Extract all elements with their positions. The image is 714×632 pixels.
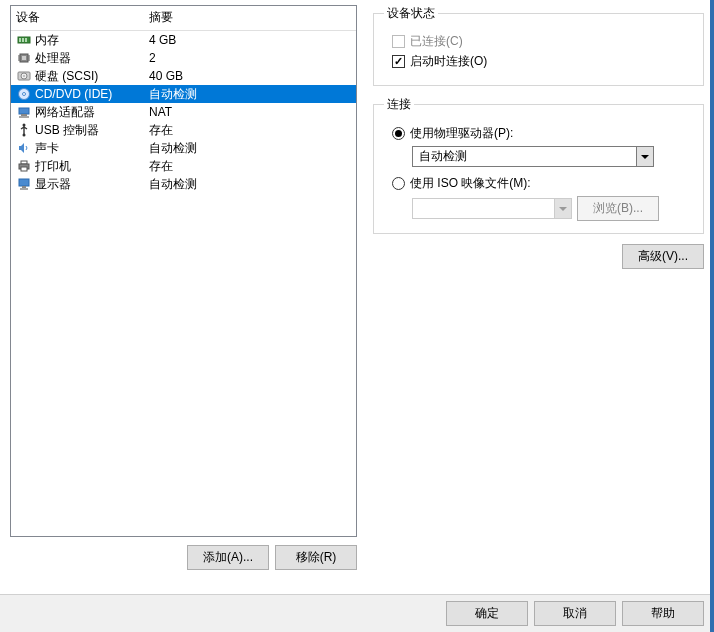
device-summary: 存在 xyxy=(149,122,173,139)
physical-drive-row[interactable]: 使用物理驱动器(P): xyxy=(392,125,693,142)
device-row[interactable]: 硬盘 (SCSI)40 GB xyxy=(11,67,356,85)
connection-legend: 连接 xyxy=(384,96,414,113)
iso-path-value xyxy=(412,198,555,219)
physical-drive-label: 使用物理驱动器(P): xyxy=(410,125,513,142)
cpu-icon xyxy=(16,50,32,66)
ok-button[interactable]: 确定 xyxy=(446,601,528,626)
device-summary: 自动检测 xyxy=(149,86,197,103)
device-summary: 4 GB xyxy=(149,33,176,47)
add-button[interactable]: 添加(A)... xyxy=(187,545,269,570)
device-summary: 40 GB xyxy=(149,69,183,83)
device-name: 内存 xyxy=(35,32,149,49)
connected-checkbox xyxy=(392,35,405,48)
physical-drive-value[interactable]: 自动检测 xyxy=(412,146,637,167)
memory-icon xyxy=(16,32,32,48)
connection-group: 连接 使用物理驱动器(P): 自动检测 使用 ISO 映像文件(M): 浏览(B… xyxy=(373,96,704,234)
svg-rect-17 xyxy=(19,108,29,114)
browse-button: 浏览(B)... xyxy=(577,196,659,221)
usb-icon xyxy=(16,122,32,138)
connect-poweron-row[interactable]: 启动时连接(O) xyxy=(392,53,693,70)
device-name: 硬盘 (SCSI) xyxy=(35,68,149,85)
cancel-button[interactable]: 取消 xyxy=(534,601,616,626)
connect-poweron-checkbox[interactable] xyxy=(392,55,405,68)
svg-rect-18 xyxy=(21,114,27,116)
connect-poweron-label: 启动时连接(O) xyxy=(410,53,487,70)
chevron-down-icon[interactable] xyxy=(637,146,654,167)
physical-drive-radio[interactable] xyxy=(392,127,405,140)
svg-point-20 xyxy=(23,124,26,127)
display-icon xyxy=(16,176,32,192)
connected-checkbox-row: 已连接(C) xyxy=(392,33,693,50)
iso-image-radio[interactable] xyxy=(392,177,405,190)
svg-rect-25 xyxy=(19,179,29,186)
device-status-legend: 设备状态 xyxy=(384,5,438,22)
device-row[interactable]: USB 控制器存在 xyxy=(11,121,356,139)
device-summary: 自动检测 xyxy=(149,176,197,193)
iso-image-label: 使用 ISO 映像文件(M): xyxy=(410,175,531,192)
bottom-bar: 确定 取消 帮助 xyxy=(0,594,714,632)
disk-icon xyxy=(16,68,32,84)
header-device: 设备 xyxy=(16,9,149,26)
device-name: USB 控制器 xyxy=(35,122,149,139)
device-summary: NAT xyxy=(149,105,172,119)
svg-point-21 xyxy=(23,134,26,137)
device-name: 声卡 xyxy=(35,140,149,157)
right-edge xyxy=(710,0,714,632)
header-summary: 摘要 xyxy=(149,9,173,26)
advanced-button[interactable]: 高级(V)... xyxy=(622,244,704,269)
svg-rect-5 xyxy=(22,56,26,60)
device-row[interactable]: 声卡自动检测 xyxy=(11,139,356,157)
sound-icon xyxy=(16,140,32,156)
svg-rect-3 xyxy=(25,38,27,42)
device-row[interactable]: 内存4 GB xyxy=(11,31,356,49)
device-status-group: 设备状态 已连接(C) 启动时连接(O) xyxy=(373,5,704,86)
device-name: 处理器 xyxy=(35,50,149,67)
svg-rect-1 xyxy=(19,38,21,42)
device-name: CD/DVD (IDE) xyxy=(35,87,149,101)
device-summary: 2 xyxy=(149,51,156,65)
device-row[interactable]: CD/DVD (IDE)自动检测 xyxy=(11,85,356,103)
device-summary: 自动检测 xyxy=(149,140,197,157)
physical-drive-combo[interactable]: 自动检测 xyxy=(412,146,654,167)
svg-point-14 xyxy=(23,75,25,77)
connected-label: 已连接(C) xyxy=(410,33,463,50)
device-name: 打印机 xyxy=(35,158,149,175)
iso-image-row[interactable]: 使用 ISO 映像文件(M): xyxy=(392,175,693,192)
svg-rect-26 xyxy=(22,186,26,188)
chevron-down-icon xyxy=(555,198,572,219)
device-name: 显示器 xyxy=(35,176,149,193)
network-icon xyxy=(16,104,32,120)
device-row[interactable]: 处理器2 xyxy=(11,49,356,67)
printer-icon xyxy=(16,158,32,174)
svg-rect-24 xyxy=(21,167,27,171)
iso-path-combo xyxy=(412,198,572,219)
help-button[interactable]: 帮助 xyxy=(622,601,704,626)
device-row[interactable]: 网络适配器NAT xyxy=(11,103,356,121)
svg-rect-2 xyxy=(22,38,24,42)
device-row[interactable]: 打印机存在 xyxy=(11,157,356,175)
remove-button[interactable]: 移除(R) xyxy=(275,545,357,570)
cd-icon xyxy=(16,86,32,102)
device-name: 网络适配器 xyxy=(35,104,149,121)
device-row[interactable]: 显示器自动检测 xyxy=(11,175,356,193)
device-list[interactable]: 设备 摘要 内存4 GB处理器2硬盘 (SCSI)40 GBCD/DVD (ID… xyxy=(10,5,357,537)
svg-point-16 xyxy=(23,93,26,96)
device-summary: 存在 xyxy=(149,158,173,175)
device-list-header: 设备 摘要 xyxy=(11,6,356,31)
